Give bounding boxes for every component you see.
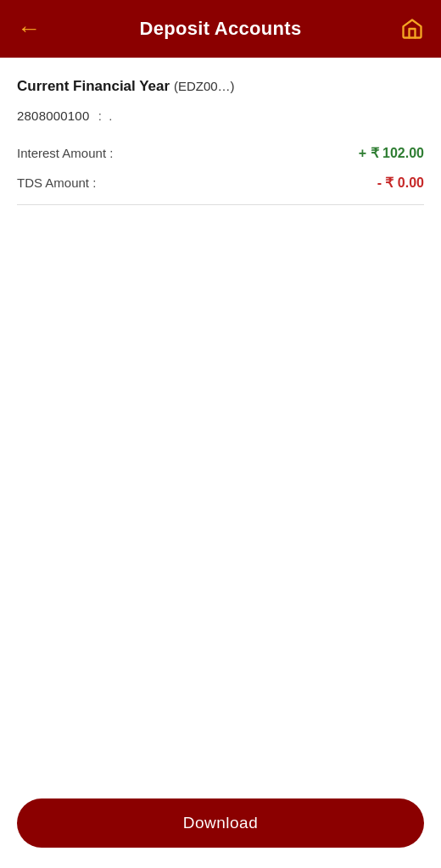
section-divider	[17, 204, 424, 205]
header-title: Deposit Accounts	[139, 18, 301, 40]
interest-amount-value: + ₹ 102.00	[359, 145, 424, 161]
section-heading: Current Financial Year	[17, 78, 170, 94]
footer: Download	[0, 785, 441, 868]
tds-amount-value: - ₹ 0.00	[377, 175, 424, 191]
main-content: Current Financial Year (EDZ00…) 28080001…	[0, 58, 441, 868]
section-title: Current Financial Year (EDZ00…)	[17, 78, 424, 95]
account-number: 2808000100 : .	[17, 108, 424, 123]
download-button[interactable]: Download	[17, 798, 424, 848]
header: ← Deposit Accounts	[0, 0, 441, 58]
account-code: (EDZ00…)	[174, 79, 235, 93]
account-dots: : .	[98, 108, 114, 123]
tds-amount-row: TDS Amount : - ₹ 0.00	[17, 168, 424, 198]
home-button[interactable]	[400, 17, 424, 41]
app-container: ← Deposit Accounts Current Financial Yea…	[0, 0, 441, 868]
interest-amount-label: Interest Amount :	[17, 146, 113, 160]
interest-amount-row: Interest Amount : + ₹ 102.00	[17, 138, 424, 168]
tds-amount-label: TDS Amount :	[17, 175, 96, 190]
back-button[interactable]: ←	[17, 17, 41, 41]
home-icon	[400, 17, 424, 41]
